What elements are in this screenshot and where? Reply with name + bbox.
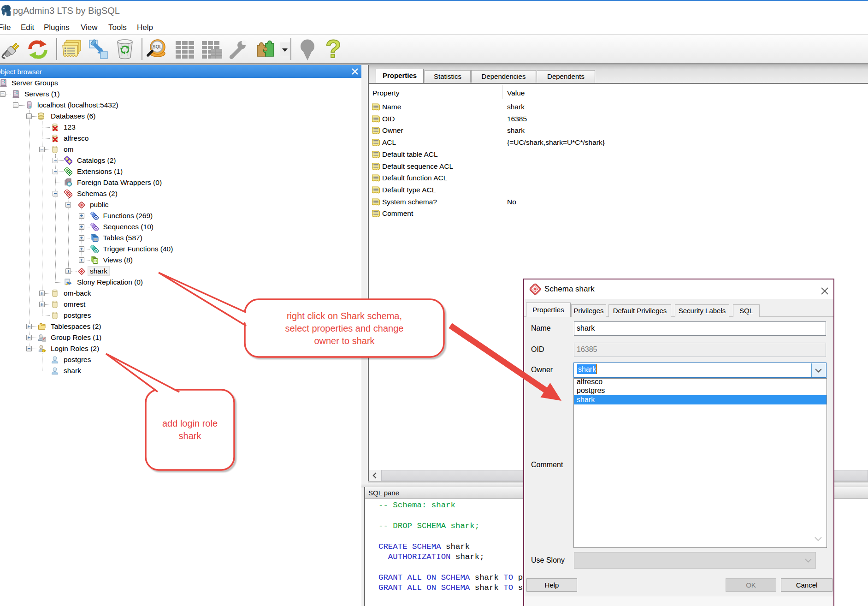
svg-text:?: ?: [325, 37, 341, 62]
svg-text:SQL: SQL: [153, 44, 162, 49]
